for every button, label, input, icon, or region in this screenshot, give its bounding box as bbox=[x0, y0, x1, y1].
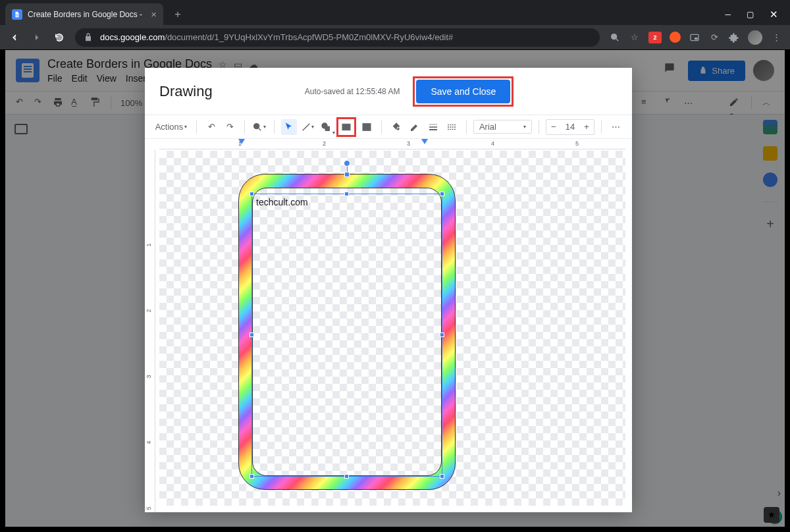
border-dash-icon[interactable] bbox=[444, 119, 460, 135]
lock-icon bbox=[83, 32, 93, 43]
resize-handle[interactable] bbox=[250, 474, 254, 479]
undo-icon[interactable]: ↶ bbox=[203, 119, 219, 135]
close-window-icon[interactable]: ✕ bbox=[770, 9, 778, 20]
svg-point-0 bbox=[612, 34, 617, 39]
ublock-ext-icon[interactable] bbox=[670, 32, 681, 43]
rotation-handle[interactable] bbox=[344, 160, 350, 167]
border-color-icon[interactable] bbox=[407, 119, 423, 135]
reload-icon[interactable] bbox=[53, 31, 66, 44]
save-and-close-button[interactable]: Save and Close bbox=[416, 80, 510, 103]
todo-ext-icon[interactable]: 2 bbox=[648, 32, 662, 43]
zoom-tool-icon[interactable]: ▾ bbox=[251, 119, 267, 135]
tab-title: Create Borders in Google Docs - bbox=[28, 10, 145, 19]
resize-handle[interactable] bbox=[440, 192, 444, 196]
actions-menu[interactable]: Actions ▾ bbox=[153, 119, 190, 135]
maximize-icon[interactable]: ▢ bbox=[747, 10, 754, 19]
resize-handle[interactable] bbox=[440, 332, 444, 337]
address-bar[interactable]: docs.google.com/document/d/1_9YUqHxlXvYm… bbox=[75, 28, 600, 47]
url-text: docs.google.com/document/d/1_9YUqHxlXvYm… bbox=[100, 32, 453, 42]
font-size-stepper[interactable]: − 14 + bbox=[546, 119, 594, 135]
vertical-ruler: 1 2 3 4 5 bbox=[145, 149, 155, 512]
select-tool-icon[interactable] bbox=[281, 119, 297, 135]
extensions-icon[interactable] bbox=[728, 32, 740, 43]
browser-tab[interactable]: Create Borders in Google Docs - × bbox=[5, 3, 163, 25]
profile-avatar[interactable] bbox=[748, 30, 762, 45]
more-options-icon[interactable]: ⋯ bbox=[608, 119, 624, 135]
autosave-status: Auto-saved at 12:55:48 AM bbox=[305, 87, 400, 96]
drawing-canvas[interactable]: techcult.com bbox=[159, 151, 625, 506]
image-tool-icon[interactable] bbox=[359, 119, 375, 135]
minimize-icon[interactable]: ─ bbox=[725, 10, 731, 19]
font-size-value[interactable]: 14 bbox=[561, 122, 579, 132]
resize-handle[interactable] bbox=[344, 172, 350, 177]
svg-rect-5 bbox=[325, 126, 329, 130]
font-size-decrease[interactable]: − bbox=[546, 120, 561, 134]
back-icon[interactable] bbox=[8, 31, 21, 44]
resize-handle[interactable] bbox=[250, 332, 254, 337]
line-tool-icon[interactable]: ▾ bbox=[300, 119, 315, 135]
resize-handle[interactable] bbox=[344, 192, 349, 196]
dialog-title: Drawing bbox=[159, 83, 213, 100]
resize-handle[interactable] bbox=[440, 474, 444, 479]
textbox-content[interactable]: techcult.com bbox=[256, 197, 308, 207]
svg-rect-2 bbox=[695, 38, 698, 40]
horizontal-ruler: 1 2 3 4 5 bbox=[159, 139, 625, 149]
resize-handle[interactable] bbox=[344, 474, 349, 479]
textbox-tool-icon[interactable] bbox=[338, 119, 354, 135]
fill-color-icon[interactable] bbox=[388, 119, 404, 135]
close-tab-icon[interactable]: × bbox=[151, 9, 157, 20]
forward-icon bbox=[30, 31, 43, 44]
resize-handle[interactable] bbox=[250, 192, 254, 196]
reader-ext-icon[interactable]: ⟳ bbox=[708, 32, 720, 43]
bookmark-star-icon[interactable]: ☆ bbox=[629, 32, 641, 43]
search-in-page-icon[interactable] bbox=[609, 32, 621, 43]
pip-ext-icon[interactable] bbox=[689, 32, 700, 43]
chrome-menu-icon[interactable]: ⋮ bbox=[770, 32, 782, 43]
textbox-shape[interactable]: techcult.com bbox=[251, 194, 442, 477]
new-tab-button[interactable]: + bbox=[169, 5, 187, 24]
shape-tool-icon[interactable]: ▾ bbox=[318, 119, 334, 135]
border-weight-icon[interactable] bbox=[425, 119, 441, 135]
font-size-increase[interactable]: + bbox=[579, 120, 594, 134]
font-family-select[interactable]: Arial▾ bbox=[473, 120, 532, 134]
docs-favicon bbox=[12, 9, 22, 20]
drawing-dialog: Drawing Auto-saved at 12:55:48 AM Save a… bbox=[145, 68, 632, 512]
svg-point-3 bbox=[254, 123, 259, 128]
redo-icon[interactable]: ↷ bbox=[222, 119, 238, 135]
